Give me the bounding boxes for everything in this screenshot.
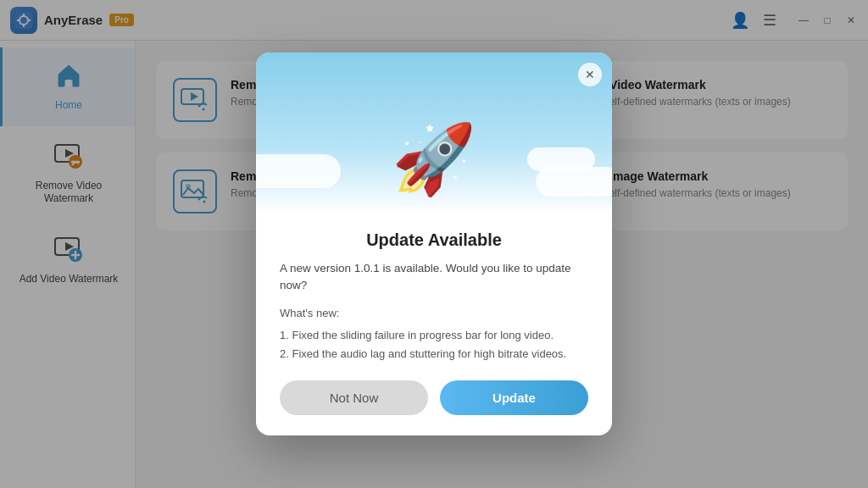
changelog-item-2: 2. Fixed the audio lag and stuttering fo… <box>280 345 588 363</box>
dialog-whats-new-label: What's new: <box>280 307 588 319</box>
changelog-item-1: 1. Fixed the sliding failure in progress… <box>280 326 588 345</box>
cloud-decoration-3 <box>527 147 595 171</box>
dialog-overlay: 🚀 ✕ Update Available A new version 1.0.1… <box>0 0 868 488</box>
dialog-actions: Not Now Update <box>280 380 588 415</box>
dialog-header: 🚀 ✕ <box>256 53 612 214</box>
dialog-body: Update Available A new version 1.0.1 is … <box>256 214 612 435</box>
dialog-title: Update Available <box>280 230 588 250</box>
cloud-decoration-2 <box>536 167 612 197</box>
not-now-button[interactable]: Not Now <box>280 380 428 415</box>
dialog-description: A new version 1.0.1 is available. Would … <box>280 260 588 295</box>
update-button[interactable]: Update <box>440 380 588 415</box>
rocket-icon: 🚀 <box>392 125 476 193</box>
dialog-close-button[interactable]: ✕ <box>578 63 602 86</box>
update-dialog: 🚀 ✕ Update Available A new version 1.0.1… <box>256 53 612 435</box>
cloud-decoration-1 <box>256 154 341 188</box>
dialog-changelog: 1. Fixed the sliding failure in progress… <box>280 326 588 363</box>
